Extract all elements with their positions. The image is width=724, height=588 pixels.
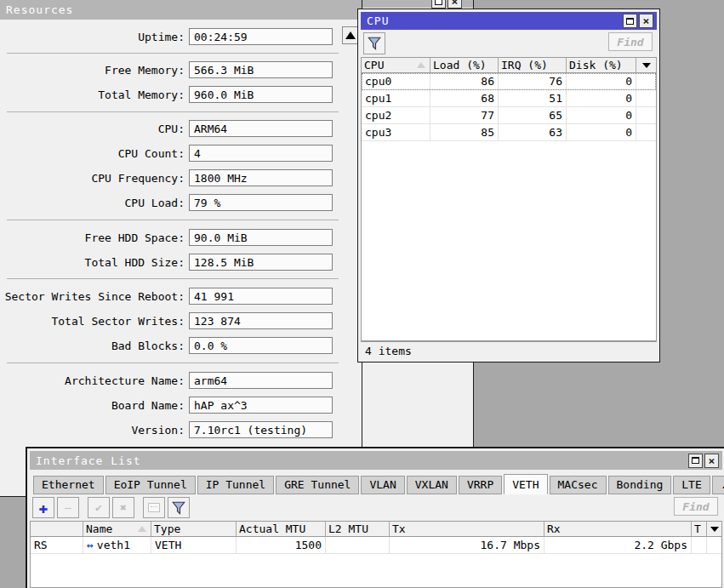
field-label: CPU Count:: [0, 147, 189, 160]
column-header-rx[interactable]: Rx: [544, 522, 692, 536]
cell-irq: 51: [499, 90, 567, 106]
column-header-name[interactable]: Name: [83, 522, 151, 536]
maximize-icon: [435, 0, 442, 5]
field-label: Board Name:: [0, 399, 189, 412]
column-header-truncated[interactable]: T: [692, 522, 707, 536]
funnel-icon: [171, 500, 186, 516]
field-label: CPU Load:: [0, 197, 189, 209]
total-hdd-value[interactable]: 128.5 MiB: [189, 254, 333, 271]
add-button[interactable]: ✚: [32, 497, 54, 518]
uptime-value[interactable]: 00:24:59: [189, 28, 333, 45]
table-row-cpu0[interactable]: cpu0 86 76 0: [362, 73, 656, 90]
close-button[interactable]: ×: [639, 14, 653, 28]
column-header-cpu[interactable]: CPU: [362, 58, 430, 72]
tab-vlan[interactable]: VLAN: [361, 476, 404, 494]
column-select-button[interactable]: [636, 58, 656, 72]
total-memory-value[interactable]: 960.0 MiB: [189, 86, 333, 103]
cell-actual-mtu: 1500: [237, 537, 326, 553]
column-header-irq[interactable]: IRQ (%): [499, 58, 567, 72]
cell-cpu: cpu3: [362, 124, 430, 140]
comment-button[interactable]: [143, 497, 165, 518]
column-header-disk[interactable]: Disk (%): [567, 58, 636, 72]
funnel-icon: [367, 36, 382, 51]
column-select-button[interactable]: [707, 522, 721, 536]
tab-macsec[interactable]: MACsec: [550, 476, 607, 494]
free-hdd-value[interactable]: 90.0 MiB: [189, 229, 333, 246]
cell-load: 68: [430, 90, 499, 106]
disable-button[interactable]: ✖: [112, 497, 134, 518]
free-memory-value[interactable]: 566.3 MiB: [189, 61, 333, 78]
tab-gre-tunnel[interactable]: GRE Tunnel: [276, 476, 359, 494]
board-name-value[interactable]: hAP ax^3: [189, 397, 333, 414]
column-header-load[interactable]: Load (%): [430, 58, 499, 72]
tab-vrrp[interactable]: VRRP: [459, 476, 502, 494]
tab-eoip-tunnel[interactable]: EoIP Tunnel: [105, 476, 196, 494]
filter-button[interactable]: [168, 497, 190, 518]
tab-ethernet[interactable]: Ethernet: [33, 476, 104, 494]
column-header-actual-mtu[interactable]: Actual MTU: [237, 522, 326, 536]
sector-writes-reboot-value[interactable]: 41 991: [189, 288, 333, 305]
field-uptime: Uptime: 00:24:59: [0, 28, 333, 45]
field-free-memory: Free Memory: 566.3 MiB: [0, 61, 333, 78]
table-row-cpu1[interactable]: cpu1 68 51 0: [362, 90, 656, 107]
find-button[interactable]: Find: [674, 497, 718, 516]
field-label: Total HDD Size:: [0, 256, 189, 269]
maximize-button[interactable]: [431, 0, 446, 9]
cpu-value[interactable]: ARM64: [189, 120, 333, 137]
tab-vxlan[interactable]: VXLAN: [407, 476, 457, 494]
cpu-load-value[interactable]: 79 %: [189, 194, 333, 211]
cpu-frequency-value[interactable]: 1800 MHz: [189, 169, 333, 186]
interface-list-window: Interface List × Ethernet EoIP Tunnel IP…: [26, 447, 724, 588]
field-cpu: CPU: ARM64: [0, 120, 333, 137]
maximize-button[interactable]: [688, 454, 703, 468]
tab-ip-tunnel[interactable]: IP Tunnel: [197, 476, 274, 494]
column-header-l2-mtu[interactable]: L2 MTU: [326, 522, 390, 536]
field-board-name: Board Name: hAP ax^3: [0, 397, 333, 414]
column-header-type[interactable]: Type: [151, 522, 237, 536]
resources-titlebar[interactable]: Resources: [0, 0, 363, 20]
group-divider: [7, 278, 339, 279]
interface-list-titlebar[interactable]: Interface List ×: [30, 451, 722, 470]
scroll-up-button[interactable]: [342, 26, 358, 44]
tab-more[interactable]: ...: [712, 476, 724, 494]
tab-lte[interactable]: LTE: [673, 476, 710, 494]
close-icon: ×: [709, 455, 715, 466]
field-cpu-frequency: CPU Frequency: 1800 MHz: [0, 169, 333, 186]
column-header-tx[interactable]: Tx: [390, 522, 544, 536]
cell-load: 85: [430, 124, 499, 140]
version-value[interactable]: 7.10rc1 (testing): [189, 421, 333, 438]
sort-asc-icon: [138, 526, 146, 532]
background-window-titlebar[interactable]: ×: [362, 0, 473, 8]
column-header-flags[interactable]: [31, 522, 83, 536]
architecture-name-value[interactable]: arm64: [189, 372, 333, 389]
maximize-button[interactable]: [623, 14, 637, 28]
bad-blocks-value[interactable]: 0.0 %: [189, 337, 333, 354]
comment-icon: [148, 503, 160, 512]
field-label: Uptime:: [0, 31, 189, 43]
group-divider: [7, 363, 339, 363]
tab-veth[interactable]: VETH: [504, 474, 547, 494]
find-button[interactable]: Find: [608, 32, 653, 51]
table-row-cpu3[interactable]: cpu3 85 63 0: [362, 124, 656, 141]
field-total-sector-writes: Total Sector Writes: 123 874: [0, 312, 333, 329]
total-sector-writes-value[interactable]: 123 874: [189, 312, 333, 329]
scroll-up-icon: [345, 31, 356, 39]
cell-type: VETH: [151, 537, 237, 553]
cell-t: [692, 537, 707, 553]
cell-irq: 63: [499, 124, 567, 140]
remove-button[interactable]: —: [57, 497, 79, 518]
close-button[interactable]: ×: [704, 454, 719, 468]
table-row-veth1[interactable]: RS ↔ veth1 VETH 1500 16.7 Mbps 2.2 Gbps: [31, 537, 721, 554]
enable-button[interactable]: ✔: [88, 497, 110, 518]
field-label: CPU Frequency:: [0, 172, 189, 185]
cpu-count-value[interactable]: 4: [189, 145, 333, 162]
filter-button[interactable]: [363, 32, 385, 54]
tab-bonding[interactable]: Bonding: [608, 476, 672, 494]
cpu-titlebar[interactable]: CPU ×: [361, 12, 657, 30]
cell-irq: 65: [499, 107, 567, 123]
table-row-cpu2[interactable]: cpu2 77 65 0: [362, 107, 656, 124]
group-divider: [7, 53, 339, 54]
close-button[interactable]: ×: [448, 0, 462, 9]
cell-disk: 0: [567, 90, 636, 106]
field-free-hdd: Free HDD Space: 90.0 MiB: [0, 229, 333, 246]
